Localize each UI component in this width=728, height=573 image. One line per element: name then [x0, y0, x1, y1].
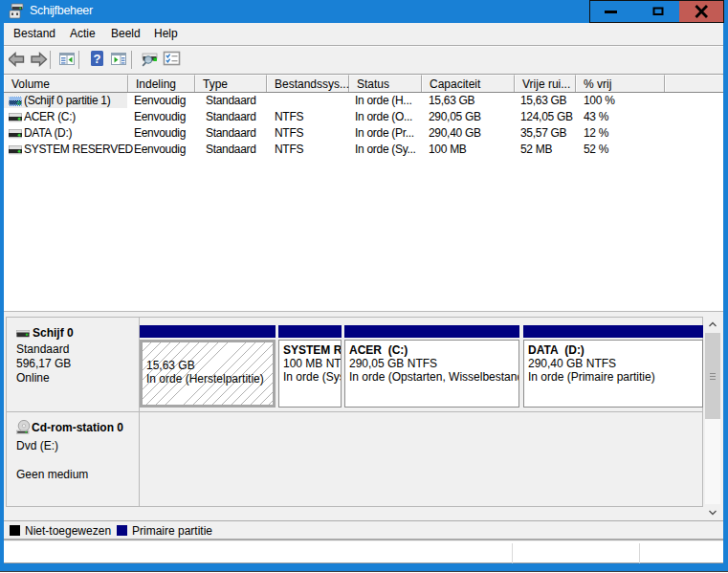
svg-text:?: ? [94, 52, 101, 66]
